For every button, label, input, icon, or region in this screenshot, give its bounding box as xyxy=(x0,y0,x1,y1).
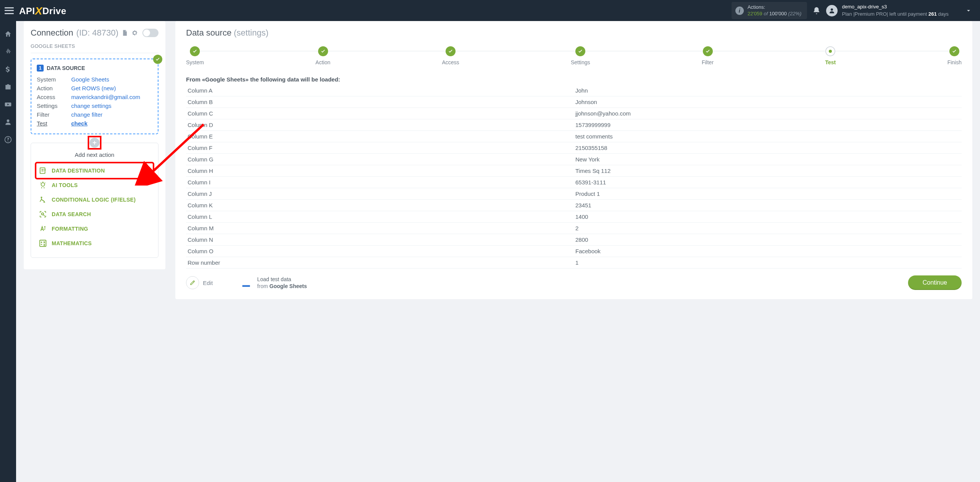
table-cell-value: New York xyxy=(574,154,962,165)
table-cell-value: test comments xyxy=(574,131,962,142)
table-cell-value: 23451 xyxy=(574,200,962,211)
table-row: Column L1400 xyxy=(186,211,962,223)
table-cell-key: Column B xyxy=(186,96,574,108)
main-title: Data source (settings) xyxy=(186,28,962,38)
separator xyxy=(31,53,158,53)
logo-api: API xyxy=(19,6,35,16)
actions-counter[interactable]: i Actions: 22'059 of 100'000 (22%) xyxy=(732,2,807,20)
step-number-badge: 1 xyxy=(37,65,44,72)
continue-button[interactable]: Continue xyxy=(908,275,962,290)
table-cell-key: Column H xyxy=(186,165,574,177)
connection-toggle[interactable] xyxy=(142,29,158,37)
preview-table: Column AJohnColumn BJohnsonColumn Cjjohn… xyxy=(186,85,962,269)
top-bar: APIXDrive i Actions: 22'059 of 100'000 (… xyxy=(0,0,980,21)
table-cell-value: John xyxy=(574,85,962,96)
gear-icon[interactable] xyxy=(131,29,138,36)
svg-rect-6 xyxy=(40,240,46,247)
user-menu[interactable]: demo_apix-drive_s3 Plan |Premium PRO| le… xyxy=(826,3,949,17)
check-icon xyxy=(153,55,162,64)
action-conditional-logic[interactable]: CONDITIONAL LOGIC (IF/ELSE) xyxy=(36,192,153,207)
data-source-card[interactable]: 1 DATA SOURCE System Google Sheets Actio… xyxy=(31,59,158,134)
table-cell-key: Column N xyxy=(186,234,574,246)
ds-access-value[interactable]: maverickandrii@gmail.com xyxy=(71,94,152,100)
table-cell-key: Column K xyxy=(186,200,574,211)
ds-test-label: Test xyxy=(37,120,71,127)
table-row: Row number1 xyxy=(186,257,962,269)
ds-system-label: System xyxy=(37,76,71,83)
table-row: Column Cjjohnson@yahoo.com xyxy=(186,108,962,119)
left-rail xyxy=(0,21,16,314)
table-cell-value: 2 xyxy=(574,223,962,234)
ds-settings-value[interactable]: change settings xyxy=(71,103,152,109)
step-finish[interactable]: Finish xyxy=(947,46,962,65)
help-icon[interactable] xyxy=(4,136,12,143)
table-row: Column OFacebook xyxy=(186,246,962,257)
table-cell-value: Times Sq 112 xyxy=(574,165,962,177)
ds-settings-label: Settings xyxy=(37,103,71,109)
menu-icon[interactable] xyxy=(5,7,14,14)
table-row: Column GNew York xyxy=(186,154,962,165)
load-description: From «Google Sheets» the following data … xyxy=(186,76,962,83)
table-row: Column N2800 xyxy=(186,234,962,246)
table-cell-key: Column I xyxy=(186,177,574,188)
table-cell-key: Column C xyxy=(186,108,574,119)
logo[interactable]: APIXDrive xyxy=(19,5,66,17)
connection-title: Connection (ID: 48730) xyxy=(31,28,158,38)
actions-pct: (22%) xyxy=(787,11,801,16)
svg-point-0 xyxy=(831,8,833,11)
step-filter[interactable]: Filter xyxy=(702,46,714,65)
table-cell-key: Column A xyxy=(186,85,574,96)
main-panel: Data source (settings) System Action Acc… xyxy=(175,21,972,299)
action-mathematics[interactable]: MATHEMATICS xyxy=(36,236,153,251)
user-icon[interactable] xyxy=(4,118,12,126)
home-icon[interactable] xyxy=(4,30,12,38)
dollar-icon[interactable] xyxy=(4,65,12,73)
table-cell-value: 1 xyxy=(574,257,962,269)
step-action[interactable]: Action xyxy=(315,46,330,65)
actions-label: Actions: xyxy=(748,4,802,11)
add-action-card: + Add next action DATA DESTINATION AI TO… xyxy=(31,143,158,258)
actions-current: 22'059 xyxy=(748,11,763,16)
action-ai-tools[interactable]: AI TOOLS xyxy=(36,178,153,192)
bell-icon[interactable] xyxy=(812,7,821,15)
ds-access-label: Access xyxy=(37,94,71,100)
load-test-button[interactable]: Load test data from Google Sheets xyxy=(240,275,307,290)
table-row: Column HTimes Sq 112 xyxy=(186,165,962,177)
table-cell-value: Product 1 xyxy=(574,188,962,200)
table-row: Column Etest comments xyxy=(186,131,962,142)
action-formatting[interactable]: FORMATTING xyxy=(36,221,153,236)
ds-action-label: Action xyxy=(37,85,71,91)
ds-action-value[interactable]: Get ROWS (new) xyxy=(71,85,152,91)
user-name: demo_apix-drive_s3 xyxy=(842,3,949,10)
download-icon xyxy=(240,275,253,290)
step-system[interactable]: System xyxy=(186,46,204,65)
step-test[interactable]: Test xyxy=(825,46,836,65)
ds-system-value[interactable]: Google Sheets xyxy=(71,76,152,83)
table-cell-key: Column D xyxy=(186,119,574,131)
svg-point-1 xyxy=(7,119,10,122)
youtube-icon[interactable] xyxy=(4,101,12,108)
sitemap-icon[interactable] xyxy=(4,48,12,55)
table-row: Column JProduct 1 xyxy=(186,188,962,200)
ds-filter-value[interactable]: change filter xyxy=(71,111,152,118)
data-source-title: DATA SOURCE xyxy=(47,65,85,71)
stepper: System Action Access Settings Filter Tes… xyxy=(186,46,962,65)
action-data-destination[interactable]: DATA DESTINATION xyxy=(36,163,153,178)
step-access[interactable]: Access xyxy=(442,46,459,65)
plus-icon[interactable]: + xyxy=(90,138,100,148)
document-icon[interactable] xyxy=(121,29,128,36)
ds-test-value[interactable]: check xyxy=(71,120,152,127)
edit-button[interactable]: Edit xyxy=(186,276,213,289)
table-row: Column AJohn xyxy=(186,85,962,96)
step-settings[interactable]: Settings xyxy=(571,46,590,65)
table-row: Column BJohnson xyxy=(186,96,962,108)
table-row: Column D15739999999 xyxy=(186,119,962,131)
table-cell-value: 65391-3111 xyxy=(574,177,962,188)
chevron-down-icon[interactable] xyxy=(965,8,972,14)
table-cell-key: Column F xyxy=(186,142,574,154)
table-row: Column F2150355158 xyxy=(186,142,962,154)
user-plan: Plan |Premium PRO| left until payment 26… xyxy=(842,11,949,18)
briefcase-icon[interactable] xyxy=(4,83,12,91)
user-avatar-icon xyxy=(826,5,838,16)
action-data-search[interactable]: DATA SEARCH xyxy=(36,207,153,221)
